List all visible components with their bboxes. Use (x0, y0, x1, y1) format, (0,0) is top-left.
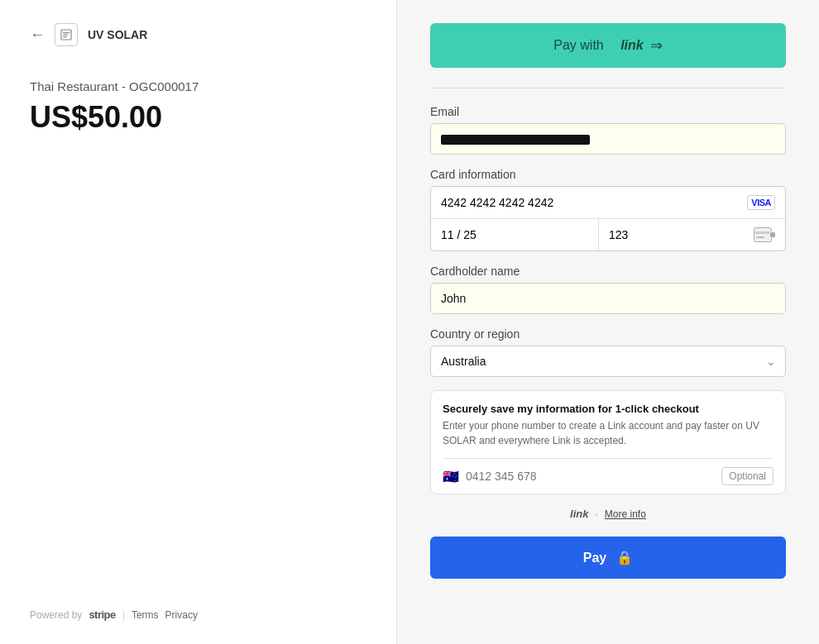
back-button[interactable]: ← (30, 26, 45, 44)
email-group: Email (430, 105, 786, 155)
country-group: Country or region Australia United State… (430, 327, 786, 377)
card-number-row: VISA (431, 187, 785, 219)
australia-flag-icon: 🇦🇺 (443, 469, 459, 484)
cvv-input[interactable] (609, 228, 754, 241)
country-select[interactable]: Australia United States United Kingdom C… (430, 346, 786, 377)
svg-rect-4 (754, 228, 772, 242)
phone-input[interactable] (466, 470, 715, 483)
cvv-row (599, 219, 785, 250)
email-masked-value (441, 135, 590, 145)
card-info-label: Card information (430, 168, 786, 181)
stripe-logo: stripe (89, 608, 115, 621)
order-amount: US$50.00 (30, 100, 366, 135)
visa-logo: VISA (747, 195, 775, 210)
privacy-link[interactable]: Privacy (165, 609, 198, 621)
svg-rect-6 (756, 236, 764, 238)
right-panel: Pay with link ⇒ Email Card information V… (397, 0, 819, 644)
nav-back: ← UV SOLAR (30, 23, 366, 46)
more-info-link[interactable]: More info (605, 508, 646, 520)
svg-rect-5 (754, 231, 772, 234)
pay-button[interactable]: Pay 🔒 (430, 537, 786, 579)
order-description: Thai Restaurant - OGC000017 (30, 79, 366, 93)
phone-input-row: 🇦🇺 Optional (443, 458, 774, 494)
country-select-wrapper: Australia United States United Kingdom C… (430, 346, 786, 377)
expiry-input[interactable] (431, 219, 599, 250)
pay-link-text: Pay with (553, 38, 603, 53)
section-divider (430, 88, 786, 88)
email-label: Email (430, 105, 786, 118)
lock-icon: 🔒 (616, 550, 633, 565)
link-save-box: Securely save my information for 1-click… (430, 390, 786, 494)
svg-rect-2 (63, 35, 68, 36)
cardholder-group: Cardholder name (430, 265, 786, 314)
cardholder-label: Cardholder name (430, 265, 786, 278)
link-dot-separator: · (596, 508, 598, 520)
svg-rect-1 (63, 32, 69, 33)
card-bottom-row (431, 219, 785, 250)
link-save-desc: Enter your phone number to create a Link… (443, 418, 774, 448)
link-more-info: link · More info (430, 508, 786, 520)
left-panel: ← UV SOLAR Thai Restaurant - OGC000017 U… (0, 0, 397, 644)
link-brand-label: link (620, 38, 644, 53)
card-info-wrapper: VISA (430, 186, 786, 251)
card-number-input[interactable] (441, 196, 747, 209)
link-save-title: Securely save my information for 1-click… (443, 403, 774, 415)
footer-divider: | (122, 609, 125, 621)
pay-button-label: Pay (583, 551, 606, 565)
page-icon (55, 23, 78, 46)
company-name: UV SOLAR (88, 28, 147, 41)
left-footer: Powered by stripe | Terms Privacy (30, 608, 198, 621)
svg-point-7 (769, 231, 775, 238)
powered-by-text: Powered by (30, 609, 82, 621)
terms-link[interactable]: Terms (132, 609, 159, 621)
email-input-wrapper[interactable] (430, 123, 786, 155)
cvv-card-icon (754, 227, 775, 242)
cardholder-input[interactable] (430, 283, 786, 314)
country-label: Country or region (430, 327, 786, 341)
card-info-group: Card information VISA (430, 168, 786, 251)
link-arrow-icon: ⇒ (650, 36, 663, 55)
svg-rect-3 (63, 36, 67, 37)
link-logo: link (570, 508, 588, 520)
optional-badge: Optional (721, 467, 774, 485)
pay-with-link-button[interactable]: Pay with link ⇒ (430, 23, 786, 68)
